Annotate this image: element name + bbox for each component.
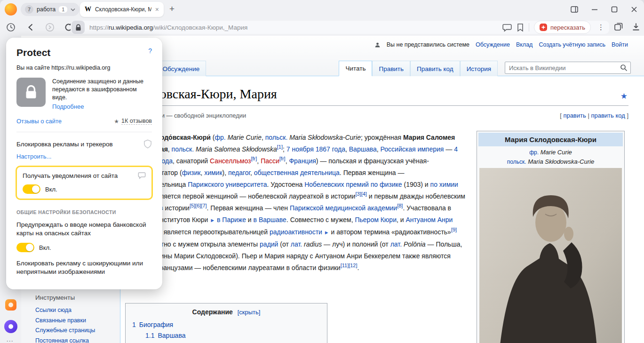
infobox: Мария Склодовская-Кюри фр. Marie Curie п… (477, 131, 625, 343)
summarize-button[interactable]: пересказать (534, 21, 591, 34)
downloads-icon[interactable] (631, 22, 642, 32)
tab-edit-source[interactable]: Править код (410, 61, 460, 76)
tools-link-whatlinkshere[interactable]: Ссылки сюда (35, 305, 118, 316)
tools-link-permanent-link[interactable]: Постоянная ссылка (35, 336, 118, 343)
tab-group-count-badge: 7 (25, 5, 33, 14)
tools-link-special-pages[interactable]: Служебные страницы (35, 326, 118, 336)
toc-label: Биография (139, 321, 173, 328)
article-content: Склодовская-Кюри, Мария ★ Из Википедии —… (120, 76, 644, 343)
edit-link[interactable]: править (563, 112, 586, 119)
close-tab-icon[interactable]: × (155, 6, 159, 13)
tab-group-pill[interactable]: 7 работа 1 (21, 3, 80, 16)
details-link[interactable]: Подробнее (52, 103, 84, 110)
edit-source-link[interactable]: править код (591, 112, 625, 119)
personal-link-login[interactable]: Войти (612, 41, 628, 48)
card-warning-toggle[interactable] (16, 243, 34, 252)
help-icon[interactable]: ? (148, 47, 152, 55)
forward-icon[interactable] (45, 22, 55, 32)
toggle-state-label: Вкл. (39, 244, 51, 251)
notifications-toggle[interactable] (23, 184, 40, 194)
minimize-icon[interactable] (591, 6, 598, 13)
personal-bar: Вы не представились системе Обсуждение В… (374, 41, 628, 48)
adblock-label: Блокировка рекламы и трекеров (16, 141, 113, 148)
infobox-title: Мария Склодовская-Кюри (478, 133, 623, 146)
secure-connection-text: Соединение защищено и данные передаются … (52, 78, 152, 102)
notifications-highlight-box: Получать уведомления от сайта Вкл. (16, 166, 153, 200)
notifications-toggle-row: Вкл. (23, 184, 146, 194)
tab-group-label: работа (37, 6, 56, 13)
tools-link-related-changes[interactable]: Связанные правки (35, 316, 118, 326)
name-french: Marie Curie (541, 149, 572, 156)
protect-header: Protect ? (16, 47, 152, 58)
tools-header: Инструменты (35, 294, 118, 301)
lang-link-pl[interactable]: польск. (507, 159, 526, 165)
comments-icon[interactable] (502, 23, 512, 32)
yandex-services-icon[interactable] (5, 299, 16, 311)
reviews-count[interactable]: ★ 1К отзывов (114, 118, 152, 125)
shield-icon (143, 139, 152, 149)
alice-assistant-icon[interactable] (4, 320, 17, 333)
security-section-header: ОБЩИЕ НАСТРОЙКИ БЕЗОПАСНОСТИ (16, 209, 152, 215)
search-icon[interactable] (620, 64, 628, 72)
address-menu-icon[interactable]: ⋮ (596, 23, 606, 32)
back-icon[interactable] (26, 22, 36, 32)
table-of-contents: Содержание [скрыть] 1Биография 1.1Варшав… (125, 303, 327, 343)
star-icon: ★ (114, 118, 119, 125)
lock-icon[interactable] (72, 21, 85, 34)
watch-star-icon[interactable]: ★ (620, 91, 628, 101)
configure-link[interactable]: Настроить... (16, 153, 51, 160)
history-clock-icon[interactable] (6, 22, 16, 32)
toc-hide-link[interactable]: [скрыть] (238, 309, 261, 316)
toc-item-biography[interactable]: 1Биография (132, 319, 320, 330)
subtitle-row: Из Википедии — свободной энциклопедии [ … (125, 112, 628, 119)
profile-avatar[interactable] (5, 3, 17, 16)
personal-link-talk[interactable]: Обсуждение (476, 41, 510, 48)
toolbar-divider (529, 23, 529, 32)
notifications-row: Получать уведомления от сайта (23, 172, 146, 179)
side-panel-icon[interactable] (571, 6, 578, 13)
address-toolbar: https://ru.wikipedia.org/wiki/Склодовска… (0, 19, 644, 36)
wiki-tools-sidebar: Инструменты Ссылки сюда Связанные правки… (35, 294, 118, 343)
not-logged-in-label[interactable]: Вы не представились системе (387, 41, 469, 48)
bracket: ] (625, 112, 628, 119)
new-tab-button[interactable]: + (169, 4, 175, 14)
toc-item-warsaw[interactable]: 1.1Варшава (132, 330, 320, 341)
lead-paragraph: Мари́я Склодо́вская-Кюри́ (фр. Marie Cur… (125, 132, 467, 274)
sidebar-more-icon[interactable]: ⋯ (6, 337, 14, 343)
personal-link-create-account[interactable]: Создать учётную запись (539, 41, 605, 48)
maximize-icon[interactable] (611, 6, 618, 13)
url-host: ru.wikipedia.org (109, 24, 153, 31)
tab-edit[interactable]: Править (372, 61, 410, 76)
browser-window: 7 работа 1 W Склодовская-Кюри, Ма... × + (0, 0, 644, 343)
tab-discussion[interactable]: Обсуждение (156, 61, 207, 76)
current-site-label: Вы на сайте https://ru.wikipedia.org (16, 64, 152, 71)
tab-bar: 7 работа 1 W Склодовская-Кюри, Ма... × + (0, 0, 644, 19)
personal-link-contributions[interactable]: Вклад (516, 41, 533, 48)
search-input[interactable] (505, 62, 631, 74)
bookmark-flag-icon[interactable] (517, 23, 524, 32)
toc-title: Содержание (192, 308, 233, 316)
infobox-polish-name: польск. Maria Skłodowska-Curie (478, 158, 623, 165)
site-reviews-link[interactable]: Отзывы о сайте (16, 118, 62, 125)
close-window-icon[interactable] (631, 6, 637, 13)
tab-history[interactable]: История (460, 61, 498, 76)
browser-tab-active[interactable]: W Склодовская-Кюри, Ма... × (80, 2, 164, 17)
all-tabs-icon[interactable] (614, 22, 624, 32)
shocking-ads-label: Блокировать рекламу с шокирующими или не… (16, 259, 154, 276)
url-scheme: https:// (89, 24, 109, 31)
portrait-photo[interactable] (479, 168, 622, 343)
secure-connection-block: Соединение защищено и данные передаются … (16, 78, 152, 110)
tab-read[interactable]: Читать (339, 61, 372, 76)
secure-connection-text-block: Соединение защищено и данные передаются … (52, 78, 152, 110)
card-warning-label: Предупреждать о вводе номера банковской … (16, 221, 151, 238)
protect-panel: Protect ? Вы на сайте https://ru.wikiped… (6, 38, 162, 289)
toggle-knob (32, 185, 40, 193)
view-tabs-and-search: Читать Править Править код История (339, 61, 631, 76)
separator: | (586, 112, 591, 119)
toc-number: 1 (132, 321, 136, 328)
url-text[interactable]: https://ru.wikipedia.org/wiki/Склодовска… (89, 24, 498, 31)
lock-badge-icon (16, 78, 46, 107)
address-bar[interactable]: https://ru.wikipedia.org/wiki/Склодовска… (71, 21, 609, 34)
lang-link-fr[interactable]: фр. (529, 149, 539, 156)
toggle-knob (26, 244, 33, 251)
